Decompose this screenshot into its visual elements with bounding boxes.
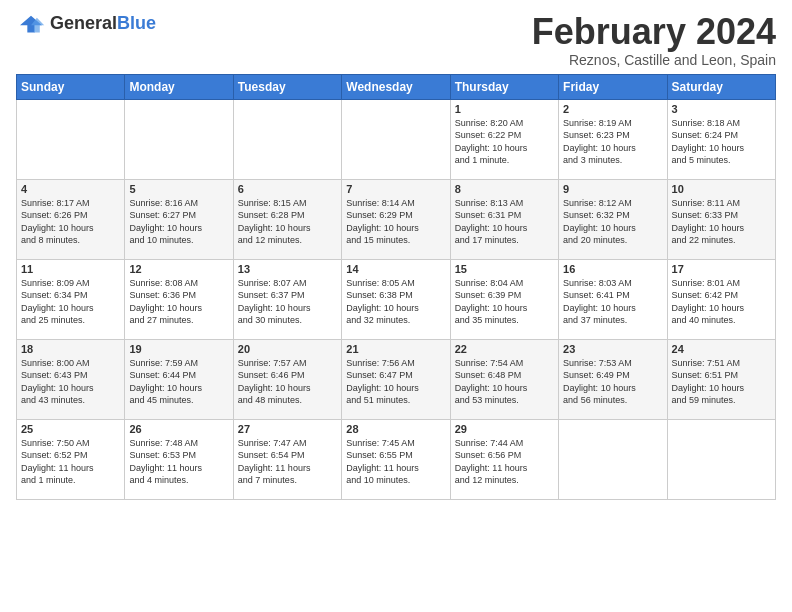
day-info: Sunrise: 8:00 AM Sunset: 6:43 PM Dayligh… <box>21 357 120 407</box>
calendar-cell: 16Sunrise: 8:03 AM Sunset: 6:41 PM Dayli… <box>559 259 667 339</box>
calendar-cell: 12Sunrise: 8:08 AM Sunset: 6:36 PM Dayli… <box>125 259 233 339</box>
calendar-cell: 18Sunrise: 8:00 AM Sunset: 6:43 PM Dayli… <box>17 339 125 419</box>
calendar-cell: 28Sunrise: 7:45 AM Sunset: 6:55 PM Dayli… <box>342 419 450 499</box>
day-number: 22 <box>455 343 554 355</box>
day-info: Sunrise: 8:14 AM Sunset: 6:29 PM Dayligh… <box>346 197 445 247</box>
day-number: 7 <box>346 183 445 195</box>
logo-icon <box>16 12 46 34</box>
day-info: Sunrise: 8:04 AM Sunset: 6:39 PM Dayligh… <box>455 277 554 327</box>
day-number: 26 <box>129 423 228 435</box>
day-number: 10 <box>672 183 771 195</box>
week-row-1: 4Sunrise: 8:17 AM Sunset: 6:26 PM Daylig… <box>17 179 776 259</box>
day-number: 24 <box>672 343 771 355</box>
day-number: 12 <box>129 263 228 275</box>
calendar-cell: 1Sunrise: 8:20 AM Sunset: 6:22 PM Daylig… <box>450 99 558 179</box>
day-info: Sunrise: 8:09 AM Sunset: 6:34 PM Dayligh… <box>21 277 120 327</box>
day-info: Sunrise: 7:57 AM Sunset: 6:46 PM Dayligh… <box>238 357 337 407</box>
day-info: Sunrise: 8:18 AM Sunset: 6:24 PM Dayligh… <box>672 117 771 167</box>
day-number: 27 <box>238 423 337 435</box>
day-info: Sunrise: 8:19 AM Sunset: 6:23 PM Dayligh… <box>563 117 662 167</box>
day-number: 17 <box>672 263 771 275</box>
calendar-cell: 10Sunrise: 8:11 AM Sunset: 6:33 PM Dayli… <box>667 179 775 259</box>
day-number: 2 <box>563 103 662 115</box>
day-number: 3 <box>672 103 771 115</box>
day-header-monday: Monday <box>125 74 233 99</box>
day-info: Sunrise: 8:17 AM Sunset: 6:26 PM Dayligh… <box>21 197 120 247</box>
calendar-cell: 24Sunrise: 7:51 AM Sunset: 6:51 PM Dayli… <box>667 339 775 419</box>
day-header-tuesday: Tuesday <box>233 74 341 99</box>
day-info: Sunrise: 7:53 AM Sunset: 6:49 PM Dayligh… <box>563 357 662 407</box>
day-number: 8 <box>455 183 554 195</box>
day-number: 6 <box>238 183 337 195</box>
day-info: Sunrise: 7:54 AM Sunset: 6:48 PM Dayligh… <box>455 357 554 407</box>
day-header-wednesday: Wednesday <box>342 74 450 99</box>
calendar-cell: 3Sunrise: 8:18 AM Sunset: 6:24 PM Daylig… <box>667 99 775 179</box>
header: GeneralBlue February 2024 Reznos, Castil… <box>16 12 776 68</box>
calendar-cell: 9Sunrise: 8:12 AM Sunset: 6:32 PM Daylig… <box>559 179 667 259</box>
calendar-cell: 27Sunrise: 7:47 AM Sunset: 6:54 PM Dayli… <box>233 419 341 499</box>
calendar-cell: 7Sunrise: 8:14 AM Sunset: 6:29 PM Daylig… <box>342 179 450 259</box>
calendar-cell <box>17 99 125 179</box>
day-info: Sunrise: 8:15 AM Sunset: 6:28 PM Dayligh… <box>238 197 337 247</box>
day-info: Sunrise: 8:12 AM Sunset: 6:32 PM Dayligh… <box>563 197 662 247</box>
day-info: Sunrise: 7:59 AM Sunset: 6:44 PM Dayligh… <box>129 357 228 407</box>
calendar-cell: 8Sunrise: 8:13 AM Sunset: 6:31 PM Daylig… <box>450 179 558 259</box>
day-info: Sunrise: 8:16 AM Sunset: 6:27 PM Dayligh… <box>129 197 228 247</box>
day-number: 18 <box>21 343 120 355</box>
logo-blue-text: Blue <box>117 13 156 33</box>
calendar-cell: 17Sunrise: 8:01 AM Sunset: 6:42 PM Dayli… <box>667 259 775 339</box>
calendar-cell <box>667 419 775 499</box>
calendar-cell <box>233 99 341 179</box>
calendar-cell: 21Sunrise: 7:56 AM Sunset: 6:47 PM Dayli… <box>342 339 450 419</box>
day-info: Sunrise: 7:51 AM Sunset: 6:51 PM Dayligh… <box>672 357 771 407</box>
day-number: 15 <box>455 263 554 275</box>
week-row-4: 25Sunrise: 7:50 AM Sunset: 6:52 PM Dayli… <box>17 419 776 499</box>
calendar-cell: 4Sunrise: 8:17 AM Sunset: 6:26 PM Daylig… <box>17 179 125 259</box>
day-number: 1 <box>455 103 554 115</box>
day-info: Sunrise: 8:11 AM Sunset: 6:33 PM Dayligh… <box>672 197 771 247</box>
day-number: 11 <box>21 263 120 275</box>
day-info: Sunrise: 7:45 AM Sunset: 6:55 PM Dayligh… <box>346 437 445 487</box>
day-info: Sunrise: 8:03 AM Sunset: 6:41 PM Dayligh… <box>563 277 662 327</box>
day-number: 9 <box>563 183 662 195</box>
calendar-cell: 11Sunrise: 8:09 AM Sunset: 6:34 PM Dayli… <box>17 259 125 339</box>
day-number: 16 <box>563 263 662 275</box>
calendar-cell <box>125 99 233 179</box>
calendar-cell: 6Sunrise: 8:15 AM Sunset: 6:28 PM Daylig… <box>233 179 341 259</box>
day-info: Sunrise: 7:56 AM Sunset: 6:47 PM Dayligh… <box>346 357 445 407</box>
calendar-cell: 14Sunrise: 8:05 AM Sunset: 6:38 PM Dayli… <box>342 259 450 339</box>
day-header-thursday: Thursday <box>450 74 558 99</box>
location-subtitle: Reznos, Castille and Leon, Spain <box>532 52 776 68</box>
calendar-cell <box>559 419 667 499</box>
day-info: Sunrise: 8:05 AM Sunset: 6:38 PM Dayligh… <box>346 277 445 327</box>
day-info: Sunrise: 8:01 AM Sunset: 6:42 PM Dayligh… <box>672 277 771 327</box>
day-info: Sunrise: 7:50 AM Sunset: 6:52 PM Dayligh… <box>21 437 120 487</box>
day-number: 5 <box>129 183 228 195</box>
calendar-cell: 25Sunrise: 7:50 AM Sunset: 6:52 PM Dayli… <box>17 419 125 499</box>
calendar-cell: 15Sunrise: 8:04 AM Sunset: 6:39 PM Dayli… <box>450 259 558 339</box>
day-number: 13 <box>238 263 337 275</box>
day-info: Sunrise: 7:48 AM Sunset: 6:53 PM Dayligh… <box>129 437 228 487</box>
calendar-cell: 29Sunrise: 7:44 AM Sunset: 6:56 PM Dayli… <box>450 419 558 499</box>
day-number: 14 <box>346 263 445 275</box>
logo-general-text: General <box>50 13 117 33</box>
day-number: 21 <box>346 343 445 355</box>
calendar-cell: 13Sunrise: 8:07 AM Sunset: 6:37 PM Dayli… <box>233 259 341 339</box>
month-title: February 2024 <box>532 12 776 52</box>
calendar-cell: 20Sunrise: 7:57 AM Sunset: 6:46 PM Dayli… <box>233 339 341 419</box>
calendar-table: SundayMondayTuesdayWednesdayThursdayFrid… <box>16 74 776 500</box>
week-row-3: 18Sunrise: 8:00 AM Sunset: 6:43 PM Dayli… <box>17 339 776 419</box>
day-info: Sunrise: 8:07 AM Sunset: 6:37 PM Dayligh… <box>238 277 337 327</box>
title-block: February 2024 Reznos, Castille and Leon,… <box>532 12 776 68</box>
day-header-saturday: Saturday <box>667 74 775 99</box>
week-row-2: 11Sunrise: 8:09 AM Sunset: 6:34 PM Dayli… <box>17 259 776 339</box>
day-number: 29 <box>455 423 554 435</box>
page-container: GeneralBlue February 2024 Reznos, Castil… <box>0 0 792 508</box>
day-info: Sunrise: 8:13 AM Sunset: 6:31 PM Dayligh… <box>455 197 554 247</box>
day-number: 19 <box>129 343 228 355</box>
day-number: 25 <box>21 423 120 435</box>
calendar-cell <box>342 99 450 179</box>
day-number: 4 <box>21 183 120 195</box>
calendar-header-row: SundayMondayTuesdayWednesdayThursdayFrid… <box>17 74 776 99</box>
logo: GeneralBlue <box>16 12 156 34</box>
